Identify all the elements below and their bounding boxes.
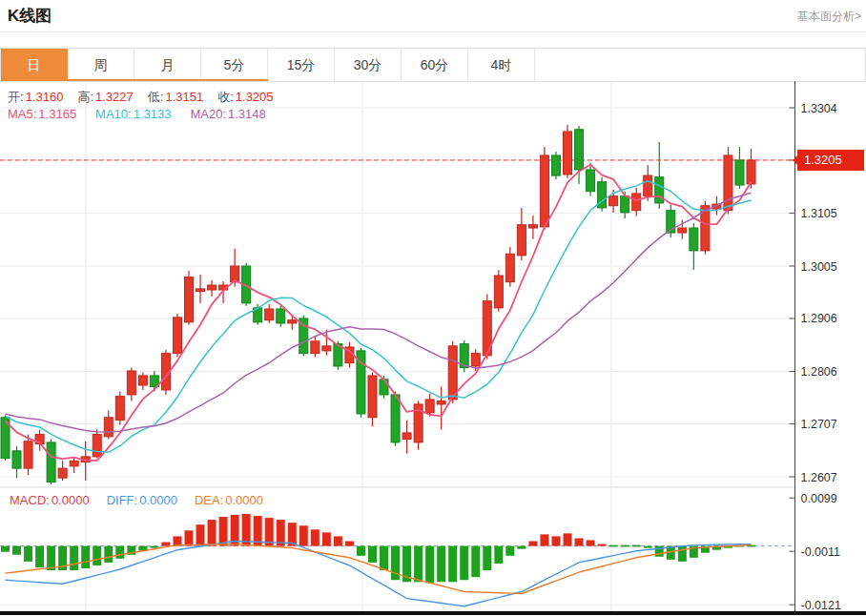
tab-15分[interactable]: 15分 (268, 49, 335, 81)
diff-readout: DIFF:0.0000 (107, 493, 177, 507)
dea-readout: DEA:0.0000 (195, 493, 263, 507)
macd-axis-label: -0.0121 (801, 599, 841, 612)
fundamental-analysis-link[interactable]: 基本面分析> (797, 9, 861, 25)
tab-周[interactable]: 周 (68, 49, 134, 81)
main-chart-plot[interactable] (0, 81, 794, 486)
price-axis-label: 1.2806 (801, 365, 837, 379)
tab-5分[interactable]: 5分 (201, 49, 268, 81)
last-price-tag: 1.3205 (797, 150, 864, 171)
tab-4时[interactable]: 4时 (468, 49, 535, 81)
price-axis-label: 1.2707 (801, 418, 837, 431)
ma5-readout: MA5:1.3165 (8, 107, 76, 121)
tab-日[interactable]: 日 (1, 49, 68, 81)
close-readout: 收:1.3205 (217, 89, 273, 106)
chart-svg: 1.33041.31051.30051.29061.28061.27071.26… (0, 81, 866, 616)
ma20-readout: MA20:1.3148 (190, 107, 265, 121)
macd-readout: MACD:0.0000DIFF:0.0000DEA:0.0000 (10, 493, 263, 507)
macd-axis-label: -0.0011 (801, 545, 841, 559)
ma-readout: MA5:1.3165MA10:1.3133MA20:1.3148 (8, 107, 266, 121)
price-axis-label: 1.3304 (801, 102, 837, 115)
interval-tabs: 日周月5分15分30分60分4时 (0, 48, 866, 82)
price-axis-label: 1.3105 (801, 207, 837, 220)
ohlc-readout: 开:1.3160高:1.3227低:1.3151收:1.3205 (8, 89, 274, 106)
price-tag-value: 1.3205 (804, 153, 842, 167)
page-title: K线图 (8, 5, 52, 27)
low-readout: 低:1.3151 (148, 89, 203, 106)
ma10-readout: MA10:1.3133 (95, 107, 171, 121)
price-axis-label: 1.2906 (801, 312, 837, 325)
macd-readout: MACD:0.0000 (10, 493, 90, 507)
chart-area: 1.33041.31051.30051.29061.28061.27071.26… (0, 81, 866, 616)
header-divider (0, 31, 866, 32)
price-axis-label: 1.3005 (801, 260, 837, 274)
kline-chart-panel: K线图 基本面分析> 日周月5分15分30分60分4时 1.33041.3105… (0, 0, 866, 616)
price-axis-label: 1.2607 (801, 471, 837, 484)
tab-30分[interactable]: 30分 (335, 49, 402, 81)
price-tag-notch (793, 155, 797, 165)
high-readout: 高:1.3227 (77, 89, 133, 106)
tab-月[interactable]: 月 (134, 49, 201, 81)
tab-60分[interactable]: 60分 (402, 49, 468, 81)
macd-axis-label: 0.0099 (801, 492, 837, 505)
open-readout: 开:1.3160 (8, 89, 63, 106)
